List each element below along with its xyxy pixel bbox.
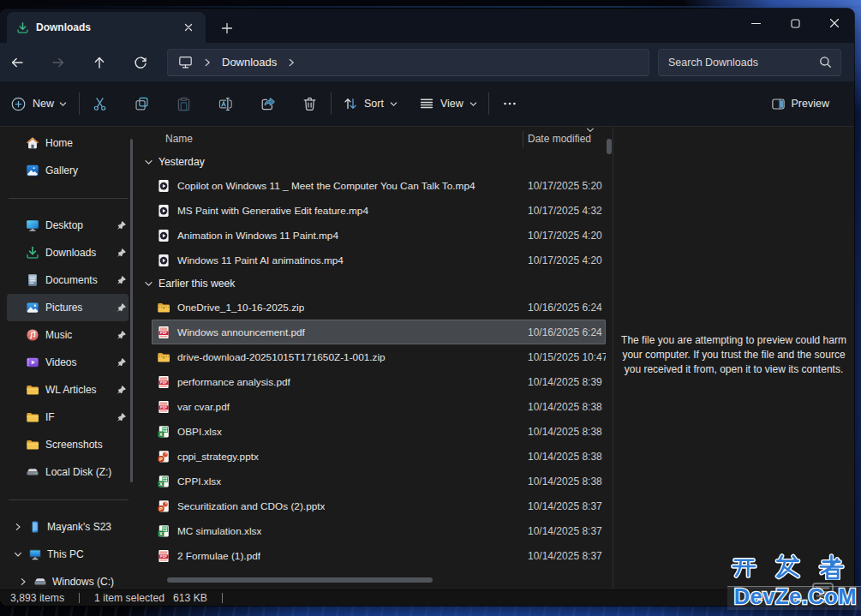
sidebar-scrollbar[interactable] [130, 139, 133, 482]
new-button[interactable]: New [7, 87, 72, 120]
file-name: Copilot on Windows 11 _ Meet the Compute… [177, 180, 475, 192]
sidebar-item-music[interactable]: Music [7, 321, 129, 349]
toolbar-separator [331, 93, 332, 115]
file-row[interactable]: PDF2 Formulae (1).pdf10/14/2025 8:37 [152, 543, 606, 568]
tab-close-button[interactable] [178, 17, 199, 38]
sidebar-item-screenshots[interactable]: Screenshots [7, 431, 129, 458]
svg-text:X: X [159, 431, 163, 436]
refresh-button[interactable] [126, 48, 155, 77]
new-plus-icon [10, 96, 27, 112]
file-row[interactable]: XOBPI.xlsx10/14/2025 8:38 [152, 419, 606, 444]
folder-icon [26, 410, 39, 424]
view-list-icon [419, 96, 434, 111]
videos-icon [26, 356, 39, 369]
chevron-down-icon[interactable] [12, 550, 23, 559]
tab-downloads[interactable]: Downloads [7, 12, 206, 43]
sort-button-label: Sort [364, 98, 384, 110]
file-name: cppi_strategy.pptx [177, 451, 259, 463]
file-row[interactable]: Animation in Windows 11 Paint.mp410/17/2… [152, 223, 606, 248]
see-more-button[interactable] [494, 88, 525, 119]
file-name: drive-download-20251015T171650Z-1-001.zi… [177, 351, 386, 363]
horizontal-scrollbar[interactable] [167, 577, 433, 583]
cut-button[interactable] [84, 88, 115, 119]
share-button[interactable] [252, 88, 283, 119]
sidebar-item-videos[interactable]: Videos [7, 349, 129, 376]
sidebar-item-pictures[interactable]: Pictures [7, 294, 129, 321]
maximize-button[interactable] [775, 9, 815, 38]
sidebar-item-label: Downloads [45, 247, 116, 259]
file-name: 2 Formulae (1).pdf [177, 550, 260, 562]
sidebar-item-mayank-s-s23[interactable]: Mayank's S23 [7, 513, 129, 541]
svg-text:PDF: PDF [160, 554, 167, 559]
sidebar-item-home[interactable]: Home [7, 129, 129, 157]
new-tab-button[interactable] [216, 17, 238, 39]
chevron-right-icon[interactable] [17, 577, 28, 586]
chevron-right-icon[interactable] [286, 57, 296, 68]
file-row[interactable]: PSecuritization and CDOs (2).pptx10/14/2… [152, 493, 606, 518]
sidebar-item-downloads[interactable]: Downloads [7, 239, 129, 266]
file-row[interactable]: XCPPI.xlsx10/14/2025 8:38 [152, 469, 606, 493]
file-date-modified: 10/14/2025 8:39 [528, 376, 606, 388]
sidebar-item-this-pc[interactable]: This PC [7, 541, 129, 568]
sort-button[interactable]: Sort [337, 87, 404, 120]
this-pc-icon [28, 547, 42, 561]
sidebar-item-documents[interactable]: Documents [7, 266, 129, 294]
file-row[interactable]: Windows 11 Paint AI animatinos.mp410/17/… [152, 248, 606, 272]
file-row[interactable]: Pcppi_strategy.pptx10/14/2025 8:38 [152, 444, 606, 469]
pdf-file-icon: PDF [157, 326, 170, 339]
sidebar-item-local-disk-z-[interactable]: Local Disk (Z:) [7, 458, 129, 486]
sidebar-item-wl-articles[interactable]: WL Articles [7, 376, 129, 404]
sidebar-item-label: Screenshots [45, 439, 129, 451]
address-bar[interactable]: Downloads [167, 49, 649, 76]
rename-button[interactable] [210, 88, 241, 119]
search-input[interactable] [668, 57, 819, 69]
sidebar-item-windows-c-[interactable]: Windows (C:) [7, 568, 129, 595]
file-date-modified: 10/14/2025 8:38 [528, 426, 606, 438]
search-box[interactable] [658, 49, 841, 76]
copy-button[interactable] [126, 88, 157, 119]
chevron-right-icon[interactable] [12, 523, 23, 531]
column-header-name[interactable]: Name [137, 133, 523, 145]
chevron-down-icon[interactable] [144, 279, 153, 289]
search-icon[interactable] [819, 56, 832, 69]
sidebar-item-label: Windows (C:) [52, 576, 129, 588]
forward-button[interactable] [44, 48, 73, 77]
file-row[interactable]: PDFperformance analysis.pdf10/14/2025 8:… [152, 369, 606, 394]
preview-pane: The file you are attempting to preview c… [613, 127, 854, 589]
close-button[interactable] [815, 9, 854, 38]
sidebar-item-if[interactable]: IF [7, 404, 129, 431]
pptx-file-icon: P [157, 450, 170, 463]
group-header-yesterday[interactable]: Yesterday [137, 151, 613, 173]
breadcrumb-downloads[interactable]: Downloads [222, 56, 277, 69]
file-date-modified: 10/14/2025 8:38 [528, 475, 606, 487]
file-row[interactable]: drive-download-20251015T171650Z-1-001.zi… [152, 344, 606, 369]
file-row[interactable]: MS Paint with Generative Edit feature.mp… [152, 198, 606, 223]
sidebar-item-gallery[interactable]: Gallery [7, 157, 129, 184]
this-pc-icon[interactable] [178, 55, 193, 69]
group-label: Earlier this week [158, 278, 235, 290]
view-button[interactable]: View [413, 87, 484, 120]
file-row[interactable]: PDFvar cvar.pdf10/14/2025 8:38 [152, 394, 606, 419]
file-row[interactable]: OneDrive_1_10-16-2025.zip10/16/2025 6:24 [152, 295, 606, 320]
delete-button[interactable] [294, 88, 325, 119]
xlsx-file-icon: X [157, 475, 170, 488]
sidebar-item-desktop[interactable]: Desktop [7, 212, 129, 239]
paste-button[interactable] [168, 88, 199, 119]
preview-warning-text: The file you are attempting to preview c… [619, 333, 848, 377]
file-row[interactable]: PDFWindows announcement.pdf10/16/2025 6:… [152, 320, 606, 344]
column-header-date[interactable]: Date modified [523, 133, 591, 145]
vertical-scrollbar[interactable] [607, 139, 612, 154]
preview-toggle-button[interactable]: Preview [762, 87, 843, 120]
sidebar-item-label: Mayank's S23 [47, 521, 129, 533]
chevron-down-icon[interactable] [144, 158, 153, 167]
file-row[interactable]: Copilot on Windows 11 _ Meet the Compute… [152, 173, 606, 198]
chevron-down-icon [58, 99, 68, 109]
up-button[interactable] [85, 48, 114, 77]
sidebar-item-label: Gallery [45, 164, 129, 176]
group-header-earlier-this-week[interactable]: Earlier this week [137, 272, 613, 295]
file-row[interactable]: XMC simulation.xlsx10/14/2025 8:37 [152, 518, 606, 543]
back-button[interactable] [3, 48, 32, 77]
minimize-button[interactable] [736, 9, 775, 38]
chevron-right-icon[interactable] [202, 57, 212, 68]
svg-text:PDF: PDF [160, 405, 167, 410]
